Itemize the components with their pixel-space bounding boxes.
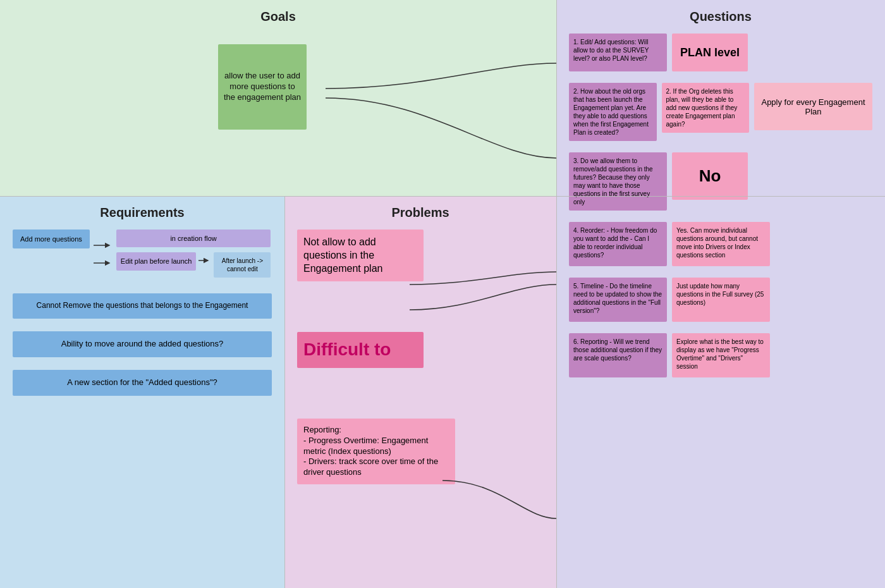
questions-title: Questions <box>569 9 872 24</box>
grid-line-vertical-2 <box>284 196 285 588</box>
req-ability-move: Ability to move around the added questio… <box>13 331 272 357</box>
req-new-section: A new section for the "Added questions"? <box>13 370 272 396</box>
q3-right: No <box>672 152 748 200</box>
requirements-section: Requirements Add more questions in creat… <box>0 196 284 588</box>
q3-left: 3. Do we allow them to remove/add questi… <box>569 152 667 211</box>
requirements-title: Requirements <box>13 205 272 220</box>
req-add-note: Add more questions <box>13 230 90 248</box>
goals-title: Goals <box>13 9 544 24</box>
question-row-6: 6. Reporting - Will we trend those addit… <box>569 333 872 377</box>
question-row-4: 4. Reorder: - How freedom do you want to… <box>569 222 872 266</box>
q6-left: 6. Reporting - Will we trend those addit… <box>569 333 667 377</box>
req-edit-plan: Edit plan before launch <box>116 252 197 270</box>
q2-right: 2. If the Org deletes this plan, will th… <box>662 83 750 133</box>
prob-not-allow: Not allow to add questions in the Engage… <box>297 230 424 281</box>
req-arrow-svg-2 <box>198 255 211 268</box>
req-edit-plan-group: Edit plan before launch After launch -> … <box>116 252 271 278</box>
question-row-3: 3. Do we allow them to remove/add questi… <box>569 152 872 211</box>
q2-apply-note: Apply for every Engagement Plan <box>754 83 872 130</box>
goals-main-note: allow the user to add more questions to … <box>218 44 307 130</box>
grid-line-vertical-1 <box>556 0 557 588</box>
q4-right: Yes. Can move individual questions aroun… <box>672 222 770 266</box>
q5-right: Just update how many questions in the Fu… <box>672 278 770 322</box>
q4-left: 4. Reorder: - How freedom do you want to… <box>569 222 667 266</box>
q6-right: Explore what is the best way to display … <box>672 333 770 377</box>
req-arrow-1 <box>94 239 113 271</box>
prob-reporting: Reporting:- Progress Overtime: Engagemen… <box>297 419 455 484</box>
questions-section: Questions 1. Edit/ Add questions: Will a… <box>556 0 885 588</box>
question-row-5: 5. Timeline - Do the timeline need to be… <box>569 278 872 322</box>
board: Goals allow the user to add more questio… <box>0 0 885 588</box>
req-cannot-edit: After launch -> cannot edit <box>214 252 271 278</box>
prob-difficult: Difficult to <box>297 332 424 367</box>
req-cannot-remove: Cannot Remove the questions that belongs… <box>13 293 272 319</box>
req-sub-group: in creation flow Edit plan before launch… <box>116 230 271 278</box>
req-arrow-svg-1 <box>94 239 113 271</box>
q1-left: 1. Edit/ Add questions: Will allow to do… <box>569 34 667 71</box>
problems-title: Problems <box>297 205 544 220</box>
grid-line-horizontal <box>0 196 885 197</box>
question-row-1: 1. Edit/ Add questions: Will allow to do… <box>569 34 872 71</box>
goals-section: Goals allow the user to add more questio… <box>0 0 556 196</box>
q1-right: PLAN level <box>672 34 748 71</box>
question-row-2: 2. How about the old orgs that has been … <box>569 83 872 141</box>
req-add-questions-group: Add more questions in creation flow Edit… <box>13 230 272 278</box>
q5-left: 5. Timeline - Do the timeline need to be… <box>569 278 667 322</box>
req-creation-flow: in creation flow <box>116 230 271 247</box>
q2-left: 2. How about the old orgs that has been … <box>569 83 657 141</box>
problems-section: Problems Not allow to add questions in t… <box>284 196 556 588</box>
